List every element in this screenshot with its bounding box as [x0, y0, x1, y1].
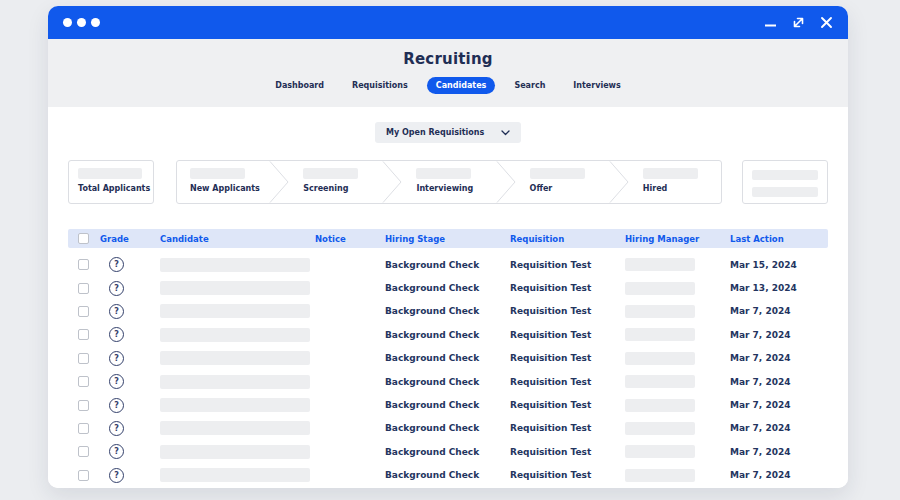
- row-checkbox[interactable]: [78, 353, 89, 364]
- column-header-grade[interactable]: Grade: [100, 234, 160, 244]
- last-action-cell: Mar 7, 2024: [730, 377, 828, 387]
- tab-interviews[interactable]: Interviews: [564, 77, 629, 94]
- grade-question-icon[interactable]: ?: [109, 468, 124, 483]
- requisition-cell[interactable]: Requisition Test: [510, 330, 625, 340]
- table-row[interactable]: ? Background Check Requisition Test Mar …: [68, 370, 828, 393]
- requisition-cell[interactable]: Requisition Test: [510, 283, 625, 293]
- pipeline-stage-offer[interactable]: Offer: [517, 161, 608, 203]
- table-row[interactable]: ? Background Check Requisition Test Mar …: [68, 440, 828, 463]
- column-header-candidate[interactable]: Candidate: [160, 234, 315, 244]
- hiring-manager-placeholder: [625, 469, 695, 482]
- requisition-cell[interactable]: Requisition Test: [510, 377, 625, 387]
- grade-question-icon[interactable]: ?: [109, 421, 124, 436]
- hiring-stage-cell: Background Check: [385, 330, 510, 340]
- stage-count-placeholder: [190, 168, 245, 179]
- candidate-name-placeholder: [160, 281, 310, 295]
- tab-candidates[interactable]: Candidates: [427, 77, 496, 94]
- window-titlebar: [48, 6, 848, 39]
- hiring-stage-cell: Background Check: [385, 423, 510, 433]
- table-row[interactable]: ? Background Check Requisition Test Mar …: [68, 393, 828, 416]
- column-header-hiring-manager[interactable]: Hiring Manager: [625, 234, 730, 244]
- pipeline-stage-new-applicants[interactable]: New Applicants: [177, 161, 268, 203]
- grade-question-icon[interactable]: ?: [109, 398, 124, 413]
- stage-chevron-separator: [381, 161, 403, 203]
- column-header-requisition[interactable]: Requisition: [510, 234, 625, 244]
- hiring-manager-placeholder: [625, 282, 695, 295]
- summary-placeholder: [752, 187, 818, 197]
- close-icon[interactable]: [820, 16, 833, 29]
- pipeline-stage-hired[interactable]: Hired: [630, 161, 721, 203]
- row-checkbox[interactable]: [78, 259, 89, 270]
- requisition-cell[interactable]: Requisition Test: [510, 447, 625, 457]
- last-action-cell: Mar 13, 2024: [730, 283, 828, 293]
- last-action-cell: Mar 7, 2024: [730, 353, 828, 363]
- table-row[interactable]: ? Background Check Requisition Test Mar …: [68, 300, 828, 323]
- hiring-stage-cell: Background Check: [385, 283, 510, 293]
- window-controls: [764, 16, 833, 29]
- requisition-filter-dropdown[interactable]: My Open Requisitions: [375, 122, 521, 143]
- window-dot-icon[interactable]: [91, 18, 100, 27]
- candidate-name-placeholder: [160, 445, 310, 459]
- minimize-icon[interactable]: [764, 16, 777, 29]
- hiring-manager-placeholder: [625, 445, 695, 458]
- select-all-checkbox[interactable]: [78, 233, 89, 244]
- row-checkbox[interactable]: [78, 400, 89, 411]
- hiring-manager-placeholder: [625, 328, 695, 341]
- row-checkbox[interactable]: [78, 376, 89, 387]
- table-body: ? Background Check Requisition Test Mar …: [68, 253, 828, 487]
- requisition-cell[interactable]: Requisition Test: [510, 306, 625, 316]
- grade-question-icon[interactable]: ?: [109, 304, 124, 319]
- requisition-cell[interactable]: Requisition Test: [510, 353, 625, 363]
- row-checkbox[interactable]: [78, 470, 89, 481]
- hiring-manager-placeholder: [625, 305, 695, 318]
- total-applicants-card[interactable]: Total Applicants: [68, 160, 154, 204]
- table-row[interactable]: ? Background Check Requisition Test Mar …: [68, 323, 828, 346]
- pipeline-stages: New Applicants Screening Interviewing Of…: [176, 160, 722, 204]
- table-row[interactable]: ? Background Check Requisition Test Mar …: [68, 347, 828, 370]
- tab-dashboard[interactable]: Dashboard: [266, 77, 333, 94]
- candidate-name-placeholder: [160, 304, 310, 318]
- row-checkbox[interactable]: [78, 423, 89, 434]
- window-dot-icon[interactable]: [77, 18, 86, 27]
- stage-label: Screening: [303, 184, 381, 193]
- table-row[interactable]: ? Background Check Requisition Test Mar …: [68, 276, 828, 299]
- hiring-manager-placeholder: [625, 422, 695, 435]
- column-header-hiring-stage[interactable]: Hiring Stage: [385, 234, 510, 244]
- hiring-manager-placeholder: [625, 399, 695, 412]
- table-row[interactable]: ? Background Check Requisition Test Mar …: [68, 253, 828, 276]
- grade-question-icon[interactable]: ?: [109, 257, 124, 272]
- hiring-stage-cell: Background Check: [385, 470, 510, 480]
- tab-requisitions[interactable]: Requisitions: [343, 77, 417, 94]
- row-checkbox[interactable]: [78, 306, 89, 317]
- tab-search[interactable]: Search: [505, 77, 554, 94]
- requisition-cell[interactable]: Requisition Test: [510, 423, 625, 433]
- hiring-stage-cell: Background Check: [385, 447, 510, 457]
- candidate-name-placeholder: [160, 398, 310, 412]
- requisition-filter-label: My Open Requisitions: [386, 128, 484, 137]
- pipeline-stage-screening[interactable]: Screening: [290, 161, 381, 203]
- last-action-cell: Mar 7, 2024: [730, 330, 828, 340]
- grade-question-icon[interactable]: ?: [109, 351, 124, 366]
- window-dot-icon[interactable]: [63, 18, 72, 27]
- table-row[interactable]: ? Background Check Requisition Test Mar …: [68, 417, 828, 440]
- table-header-row: Grade Candidate Notice Hiring Stage Requ…: [68, 229, 828, 248]
- grade-question-icon[interactable]: ?: [109, 281, 124, 296]
- requisition-cell[interactable]: Requisition Test: [510, 400, 625, 410]
- grade-question-icon[interactable]: ?: [109, 327, 124, 342]
- requisition-cell[interactable]: Requisition Test: [510, 470, 625, 480]
- requisition-cell[interactable]: Requisition Test: [510, 260, 625, 270]
- column-header-last-action[interactable]: Last Action: [730, 234, 828, 244]
- row-checkbox[interactable]: [78, 446, 89, 457]
- app-window: Recruiting DashboardRequisitionsCandidat…: [48, 6, 848, 488]
- grade-question-icon[interactable]: ?: [109, 374, 124, 389]
- resize-icon[interactable]: [792, 16, 805, 29]
- row-checkbox[interactable]: [78, 329, 89, 340]
- hiring-stage-cell: Background Check: [385, 353, 510, 363]
- grade-question-icon[interactable]: ?: [109, 444, 124, 459]
- pipeline-stage-interviewing[interactable]: Interviewing: [403, 161, 494, 203]
- hiring-stage-cell: Background Check: [385, 306, 510, 316]
- table-row[interactable]: ? Background Check Requisition Test Mar …: [68, 464, 828, 487]
- column-header-notice[interactable]: Notice: [315, 234, 385, 244]
- stage-count-placeholder: [416, 168, 471, 179]
- row-checkbox[interactable]: [78, 283, 89, 294]
